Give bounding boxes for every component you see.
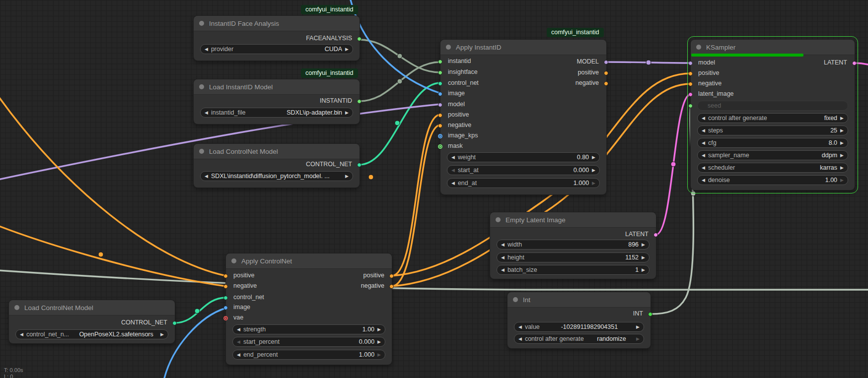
decrement-arrow-icon[interactable]: ◀ xyxy=(237,327,240,332)
increment-arrow-icon[interactable]: ▶ xyxy=(377,327,381,332)
node-collapse-dot-icon[interactable] xyxy=(199,21,204,26)
input-port-control-net[interactable] xyxy=(438,81,442,86)
widget-value[interactable]: ◀value-1028911982904351▶ xyxy=(514,322,644,332)
link-midpoint-dot[interactable] xyxy=(195,309,200,314)
input-port-control-net[interactable] xyxy=(223,296,228,300)
increment-arrow-icon[interactable]: ▶ xyxy=(592,181,595,186)
increment-arrow-icon[interactable]: ▶ xyxy=(840,116,844,121)
increment-arrow-icon[interactable]: ▶ xyxy=(592,155,595,160)
increment-arrow-icon[interactable]: ▶ xyxy=(377,340,381,344)
link-midpoint-dot[interactable] xyxy=(397,79,402,84)
input-port-mask[interactable] xyxy=(438,144,442,149)
node-title-bar[interactable]: InstantID Face Analysis xyxy=(194,16,360,31)
decrement-arrow-icon[interactable]: ◀ xyxy=(501,268,505,272)
decrement-arrow-icon[interactable]: ◀ xyxy=(205,111,208,115)
decrement-arrow-icon[interactable]: ◀ xyxy=(205,174,208,179)
input-port-latent-image[interactable] xyxy=(688,92,693,97)
widget-start-percent[interactable]: ◀start_percent0.000▶ xyxy=(232,337,385,347)
decrement-arrow-icon[interactable]: ◀ xyxy=(451,155,455,160)
output-port-negative[interactable] xyxy=(389,284,394,289)
decrement-arrow-icon[interactable]: ◀ xyxy=(518,337,522,341)
node-title-bar[interactable]: Apply InstantID xyxy=(440,40,606,55)
decrement-arrow-icon[interactable]: ◀ xyxy=(451,168,455,173)
input-port-negative[interactable] xyxy=(223,284,228,289)
input-port-negative[interactable] xyxy=(438,124,442,128)
widget-batch-size[interactable]: ◀batch_size1▶ xyxy=(497,265,650,275)
increment-arrow-icon[interactable]: ▶ xyxy=(160,332,164,337)
decrement-arrow-icon[interactable]: ◀ xyxy=(702,116,705,121)
increment-arrow-icon[interactable]: ▶ xyxy=(840,128,844,133)
node-ksampler[interactable]: KSamplermodelpositivenegativelatent_imag… xyxy=(691,40,855,190)
widget-provider[interactable]: ◀providerCUDA▶ xyxy=(200,44,353,54)
increment-arrow-icon[interactable]: ▶ xyxy=(636,325,640,329)
decrement-arrow-icon[interactable]: ◀ xyxy=(702,153,705,158)
widget-weight[interactable]: ◀weight0.80▶ xyxy=(447,152,600,162)
input-port-positive[interactable] xyxy=(223,274,228,278)
node-collapse-dot-icon[interactable] xyxy=(231,258,236,263)
output-port-negative[interactable] xyxy=(604,81,608,86)
node-title-bar[interactable]: KSampler xyxy=(691,40,855,55)
widget-width[interactable]: ◀width896▶ xyxy=(497,240,650,250)
input-port-positive[interactable] xyxy=(688,71,693,76)
node-collapse-dot-icon[interactable] xyxy=(696,45,701,50)
node-collapse-dot-icon[interactable] xyxy=(496,217,501,222)
link-midpoint-dot[interactable] xyxy=(368,175,373,180)
widget-control-after-generate[interactable]: ◀control after generaterandomize▶ xyxy=(514,334,644,344)
node-collapse-dot-icon[interactable] xyxy=(199,149,204,154)
increment-arrow-icon[interactable]: ▶ xyxy=(840,166,844,170)
node-collapse-dot-icon[interactable] xyxy=(446,45,451,50)
increment-arrow-icon[interactable]: ▶ xyxy=(642,255,645,260)
widget-start-at[interactable]: ◀start_at0.000▶ xyxy=(447,165,600,175)
node-load-instantid-model[interactable]: Load InstantID ModelINSTANTID◀instantid_… xyxy=(194,79,360,124)
input-port-vae[interactable] xyxy=(223,316,228,320)
input-port-image-kps[interactable] xyxy=(438,134,442,138)
node-title-bar[interactable]: Load ControlNet Model xyxy=(194,144,360,159)
node-apply-instantid[interactable]: Apply InstantIDinstantidinsightfacecontr… xyxy=(440,40,606,194)
output-port-faceanalysis[interactable] xyxy=(357,37,362,41)
input-port-image[interactable] xyxy=(438,92,442,96)
input-port-instantid[interactable] xyxy=(438,60,442,64)
widget-end-at[interactable]: ◀end_at1.000▶ xyxy=(447,178,600,188)
input-port-model[interactable] xyxy=(438,103,442,107)
node-title-bar[interactable]: Load InstantID Model xyxy=(194,79,360,95)
output-port-latent[interactable] xyxy=(653,233,658,237)
widget-control-net-n[interactable]: ◀control_net_n...OpenPoseXL2.safetensors… xyxy=(15,329,168,339)
output-port-model[interactable] xyxy=(604,60,608,64)
node-title-bar[interactable]: Load ControlNet Model xyxy=(9,300,175,315)
input-port-negative[interactable] xyxy=(688,82,693,86)
widget-sdxl-instantid-diffusion-pytorch-model[interactable]: ◀SDXL\instantid\diffusion_pytorch_model.… xyxy=(200,171,353,181)
increment-arrow-icon[interactable]: ▶ xyxy=(377,353,381,357)
node-int[interactable]: IntINT◀value-1028911982904351▶◀control a… xyxy=(507,292,651,348)
decrement-arrow-icon[interactable]: ◀ xyxy=(205,47,208,52)
widget-control-after-generate[interactable]: ◀control after generatefixed▶ xyxy=(697,113,848,123)
input-port-insightface[interactable] xyxy=(438,70,442,75)
output-port-latent[interactable] xyxy=(852,61,857,65)
node-collapse-dot-icon[interactable] xyxy=(513,297,518,302)
link-midpoint-dot[interactable] xyxy=(98,252,103,257)
decrement-arrow-icon[interactable]: ◀ xyxy=(702,141,705,145)
node-graph-canvas[interactable]: T: 0.00s L: 0 comfyui_instantidcomfyui_i… xyxy=(0,0,868,378)
node-collapse-dot-icon[interactable] xyxy=(199,84,204,89)
widget-instantid-file[interactable]: ◀instantid_fileSDXL\ip-adapter.bin▶ xyxy=(200,108,353,118)
node-collapse-dot-icon[interactable] xyxy=(14,305,19,310)
output-port-positive[interactable] xyxy=(604,71,608,75)
decrement-arrow-icon[interactable]: ◀ xyxy=(518,325,522,329)
increment-arrow-icon[interactable]: ▶ xyxy=(840,178,844,183)
link-midpoint-dot[interactable] xyxy=(646,60,651,65)
decrement-arrow-icon[interactable]: ◀ xyxy=(237,353,240,357)
output-port-control-net[interactable] xyxy=(357,163,362,167)
link-midpoint-dot[interactable] xyxy=(671,162,676,167)
input-port-image[interactable] xyxy=(223,306,228,310)
decrement-arrow-icon[interactable]: ◀ xyxy=(20,332,23,337)
increment-arrow-icon[interactable]: ▶ xyxy=(345,111,349,115)
increment-arrow-icon[interactable]: ▶ xyxy=(636,337,640,341)
increment-arrow-icon[interactable]: ▶ xyxy=(345,47,349,52)
decrement-arrow-icon[interactable]: ◀ xyxy=(702,178,705,183)
link-midpoint-dot[interactable] xyxy=(397,54,402,59)
widget-height[interactable]: ◀height1152▶ xyxy=(497,252,650,262)
node-title-bar[interactable]: Apply ControlNet xyxy=(226,253,392,269)
widget-steps[interactable]: ◀steps25▶ xyxy=(697,126,848,135)
increment-arrow-icon[interactable]: ▶ xyxy=(840,141,844,145)
link-midpoint-dot[interactable] xyxy=(691,191,696,196)
output-port-instantid[interactable] xyxy=(357,99,362,104)
